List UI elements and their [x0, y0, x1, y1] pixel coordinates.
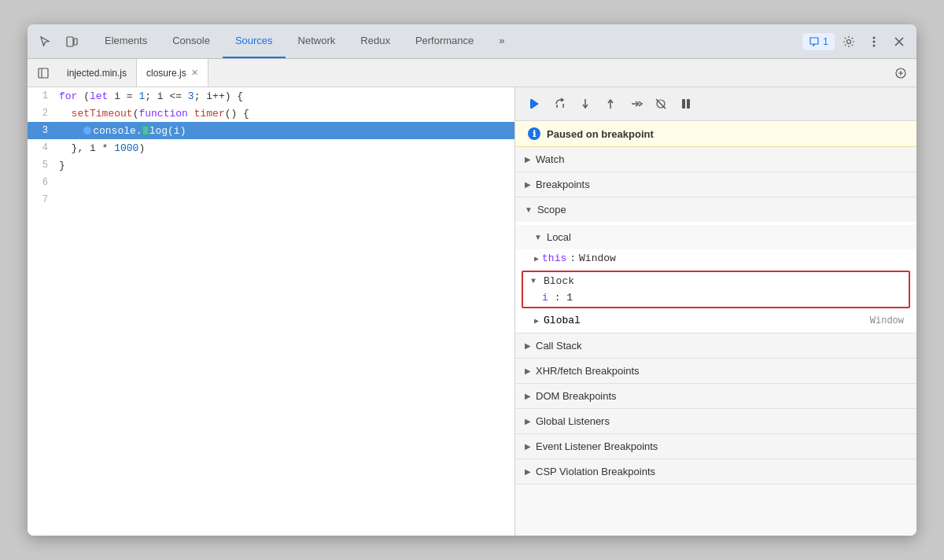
global-row: ▶ Global Window: [515, 311, 916, 330]
code-line-4: 4 }, i * 1000): [28, 139, 514, 157]
deactivate-bp-btn[interactable]: [651, 94, 671, 114]
breakpoints-label: Breakpoints: [536, 179, 590, 190]
pause-btn[interactable]: [676, 94, 696, 114]
line-num-7: 7: [28, 194, 56, 205]
resume-btn[interactable]: [525, 94, 545, 114]
csp-arrow-icon: ▶: [525, 467, 531, 476]
line-num-4: 4: [28, 142, 56, 153]
call-stack-label: Call Stack: [536, 340, 582, 352]
block-scope: ▼ Block i : 1: [522, 271, 910, 308]
tab-redux[interactable]: Redux: [348, 24, 403, 58]
section-scope: ▼ Scope ▼ Local ▶ this : Window: [515, 197, 916, 333]
messages-badge[interactable]: 1: [802, 33, 835, 50]
local-label: Local: [547, 231, 571, 243]
tab-bar-icons: [34, 31, 83, 53]
section-breakpoints: ▶ Breakpoints: [515, 172, 916, 197]
this-expand-icon[interactable]: ▶: [534, 254, 539, 263]
section-csp-header[interactable]: ▶ CSP Violation Breakpoints: [515, 459, 916, 484]
xhr-arrow-icon: ▶: [525, 367, 531, 375]
section-scope-header[interactable]: ▼ Scope: [515, 197, 916, 222]
block-label: Block: [544, 275, 574, 287]
line-num-1: 1: [28, 90, 56, 101]
tab-more[interactable]: »: [486, 24, 517, 58]
file-tab-injected[interactable]: injected.min.js: [57, 59, 136, 87]
line-num-2: 2: [28, 108, 56, 119]
code-editor[interactable]: 1 for (let i = 1; i <= 3; i++) { 2 setTi…: [28, 87, 515, 536]
local-arrow-icon: ▼: [534, 233, 542, 241]
device-icon[interactable]: [61, 31, 83, 53]
section-breakpoints-header[interactable]: ▶ Breakpoints: [515, 172, 916, 197]
add-tab-icon[interactable]: [891, 64, 910, 83]
code-line-3: 3 console.log(i): [28, 122, 514, 139]
breakpoint-notice: ℹ Paused on breakpoint: [515, 121, 916, 147]
section-xhr: ▶ XHR/fetch Breakpoints: [515, 359, 916, 384]
section-watch-header[interactable]: ▶ Watch: [515, 147, 916, 171]
step-into-btn[interactable]: [575, 94, 596, 114]
line-content-1: for (let i = 1; i <= 3; i++) {: [56, 90, 243, 102]
debug-toolbar: [515, 87, 916, 121]
devtools-window: Elements Console Sources Network Redux P…: [28, 24, 916, 536]
file-tab-bar: injected.min.js closure.js ✕: [28, 59, 916, 87]
close-icon[interactable]: [888, 31, 910, 53]
cursor-icon[interactable]: [34, 31, 56, 53]
sidebar-toggle[interactable]: [34, 64, 53, 83]
svg-rect-19: [682, 99, 685, 109]
svg-point-2: [847, 39, 851, 43]
dom-label: DOM Breakpoints: [536, 390, 617, 402]
section-global-listeners-header[interactable]: ▶ Global Listeners: [515, 409, 916, 433]
svg-point-5: [873, 44, 876, 46]
global-listeners-label: Global Listeners: [536, 415, 610, 427]
svg-point-4: [873, 40, 876, 42]
tab-network[interactable]: Network: [286, 24, 348, 58]
close-file-tab-icon[interactable]: ✕: [191, 68, 198, 78]
line-content-4: }, i * 1000): [56, 142, 145, 154]
tab-bar: Elements Console Sources Network Redux P…: [28, 24, 916, 59]
right-panel: ℹ Paused on breakpoint ▶ Watch ▶ Breakpo…: [515, 87, 916, 536]
scope-content: ▼ Local ▶ this : Window ▼ Block: [515, 222, 916, 333]
event-listener-label: Event Listener Breakpoints: [536, 440, 658, 452]
section-call-stack: ▶ Call Stack: [515, 333, 916, 359]
global-arrow-icon[interactable]: ▶: [534, 316, 539, 326]
line-content-5: }: [56, 160, 65, 171]
line-content-2: setTimeout(function timer() {: [56, 108, 249, 120]
svg-rect-6: [39, 68, 48, 78]
section-dom-header[interactable]: ▶ DOM Breakpoints: [515, 384, 916, 408]
section-global-listeners: ▶ Global Listeners: [515, 409, 916, 434]
settings-icon[interactable]: [838, 31, 860, 53]
step-btn[interactable]: [625, 94, 646, 114]
event-listener-arrow-icon: ▶: [525, 442, 531, 451]
global-value: Window: [870, 315, 904, 326]
tab-bar-right: 1: [802, 31, 910, 53]
block-header[interactable]: ▼ Block: [523, 272, 909, 290]
svg-rect-1: [74, 39, 77, 45]
section-call-stack-header[interactable]: ▶ Call Stack: [515, 333, 916, 358]
tab-console[interactable]: Console: [160, 24, 223, 58]
breakpoint-notice-text: Paused on breakpoint: [547, 128, 654, 140]
tab-elements[interactable]: Elements: [92, 24, 160, 58]
tab-sources[interactable]: Sources: [223, 24, 286, 58]
line-num-5: 5: [28, 160, 56, 171]
file-tab-closure[interactable]: closure.js ✕: [136, 59, 208, 87]
section-xhr-header[interactable]: ▶ XHR/fetch Breakpoints: [515, 359, 916, 383]
local-header[interactable]: ▼ Local: [515, 225, 916, 249]
step-out-btn[interactable]: [600, 94, 621, 114]
block-arrow-icon: ▼: [531, 277, 536, 286]
section-dom: ▶ DOM Breakpoints: [515, 384, 916, 409]
breakpoints-arrow-icon: ▶: [525, 180, 531, 189]
badge-count: 1: [823, 36, 828, 47]
section-event-listener-header[interactable]: ▶ Event Listener Breakpoints: [515, 434, 916, 459]
call-stack-arrow-icon: ▶: [525, 341, 531, 350]
step-over-btn[interactable]: [550, 94, 570, 114]
scope-label: Scope: [537, 204, 566, 216]
line-content-3: console.log(i): [56, 125, 186, 137]
scope-item-this: ▶ this : Window: [515, 249, 916, 267]
more-icon[interactable]: [863, 31, 885, 53]
code-line-5: 5 }: [28, 157, 514, 174]
xhr-label: XHR/fetch Breakpoints: [536, 365, 640, 377]
section-csp: ▶ CSP Violation Breakpoints: [515, 459, 916, 484]
section-event-listener: ▶ Event Listener Breakpoints: [515, 434, 916, 459]
svg-point-3: [873, 36, 876, 39]
tab-performance[interactable]: Performance: [403, 24, 486, 58]
line-num-6: 6: [28, 177, 56, 188]
svg-line-17: [656, 99, 666, 109]
